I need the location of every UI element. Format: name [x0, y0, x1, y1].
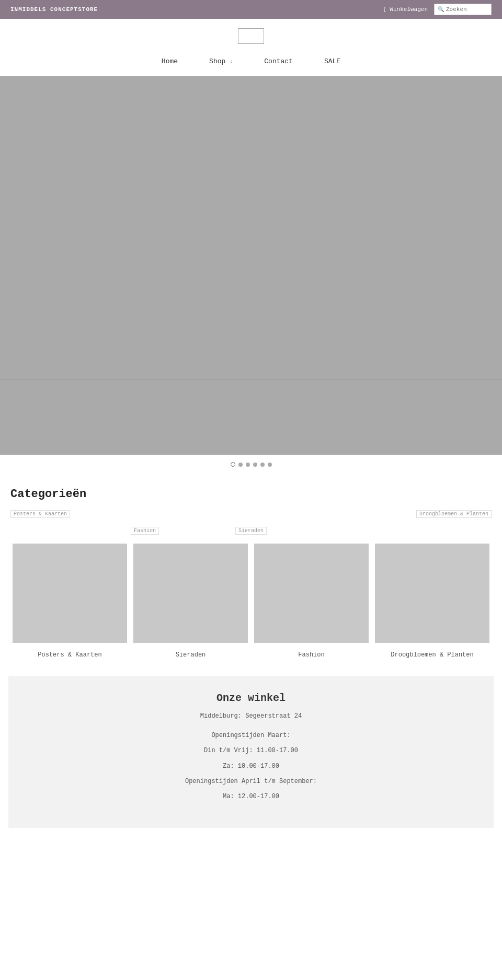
- store-hours-march-1: Din t/m Vrij: 11.00-17.00: [19, 746, 483, 756]
- search-input[interactable]: [446, 6, 488, 13]
- store-hours-april-label: Openingstijden April t/m September:: [19, 777, 483, 787]
- nav-shop[interactable]: Shop ↓: [209, 57, 233, 65]
- cat-bottom-labels: Posters & Kaarten Sieraden Fashion Droog…: [10, 647, 492, 659]
- slider-dot-0[interactable]: [231, 462, 235, 467]
- cat-label-fashion: Fashion: [131, 527, 159, 535]
- slider-dot-5[interactable]: [268, 463, 272, 467]
- category-images-grid: [10, 544, 492, 647]
- cat-card-fashion[interactable]: [254, 544, 369, 647]
- cat-name-posters: Posters & Kaarten: [13, 651, 127, 659]
- logo-image: [238, 28, 264, 44]
- top-bar: INMIDDELS CONCEPTSTORE [ Winkelwagen 🔍: [0, 0, 502, 19]
- cat-card-sieraden[interactable]: [133, 544, 248, 647]
- cat-label-droogbloemen: Droogbloemen & Planten: [416, 510, 492, 518]
- categories-title: Categorieën: [10, 488, 492, 501]
- search-wrapper: 🔍: [434, 4, 492, 15]
- hero-slider: [0, 76, 502, 455]
- top-bar-right: [ Winkelwagen 🔍: [383, 4, 492, 15]
- cat-name-fashion: Fashion: [254, 651, 369, 659]
- cat-label-sieraden: Sieraden: [235, 527, 267, 535]
- logo-area: [0, 19, 502, 49]
- store-hours-april-1: Ma: 12.00-17.00: [19, 792, 483, 802]
- slider-dot-2[interactable]: [246, 463, 250, 467]
- cat-image-fashion: [254, 544, 369, 643]
- shop-arrow: ↓: [226, 59, 233, 65]
- category-labels-row: Posters & Kaarten Droogbloemen & Planten: [10, 510, 492, 526]
- cat-name-sieraden: Sieraden: [133, 651, 248, 659]
- store-hours-march-2: Za: 10.00-17.00: [19, 762, 483, 771]
- slider-dot-1[interactable]: [238, 463, 243, 467]
- cat-image-sieraden: [133, 544, 248, 643]
- store-info: Onze winkel Middelburg: Segeerstraat 24 …: [8, 676, 494, 828]
- cat-image-droogbloemen: [375, 544, 489, 643]
- cat-card-droogbloemen[interactable]: [375, 544, 489, 647]
- nav-sale[interactable]: SALE: [324, 57, 340, 65]
- slider-dot-4[interactable]: [260, 463, 265, 467]
- store-title: Onze winkel: [19, 692, 483, 704]
- hero-slide-2: [0, 379, 502, 455]
- cat-card-posters[interactable]: [13, 544, 127, 647]
- cat-name-droogbloemen: Droogbloemen & Planten: [375, 651, 489, 659]
- slider-dot-3[interactable]: [253, 463, 257, 467]
- store-hours-march-label: Openingstijden Maart:: [19, 731, 483, 741]
- slider-dots: [0, 455, 502, 477]
- cat-label-posters: Posters & Kaarten: [10, 510, 70, 518]
- cat-image-posters: [13, 544, 127, 643]
- cart-link[interactable]: [ Winkelwagen: [383, 6, 428, 13]
- hero-slide-1: [0, 76, 502, 379]
- nav-home[interactable]: Home: [162, 57, 178, 65]
- nav-contact[interactable]: Contact: [264, 57, 293, 65]
- main-nav: Home Shop ↓ Contact SALE: [0, 49, 502, 76]
- search-icon: 🔍: [438, 6, 444, 13]
- categories-section: Categorieën Posters & Kaarten Droogbloem…: [0, 477, 502, 664]
- store-address: Middelburg: Segeerstraat 24: [19, 711, 483, 721]
- site-logo: INMIDDELS CONCEPTSTORE: [10, 6, 98, 13]
- category-labels-row-2: Fashion Sieraden: [10, 527, 492, 543]
